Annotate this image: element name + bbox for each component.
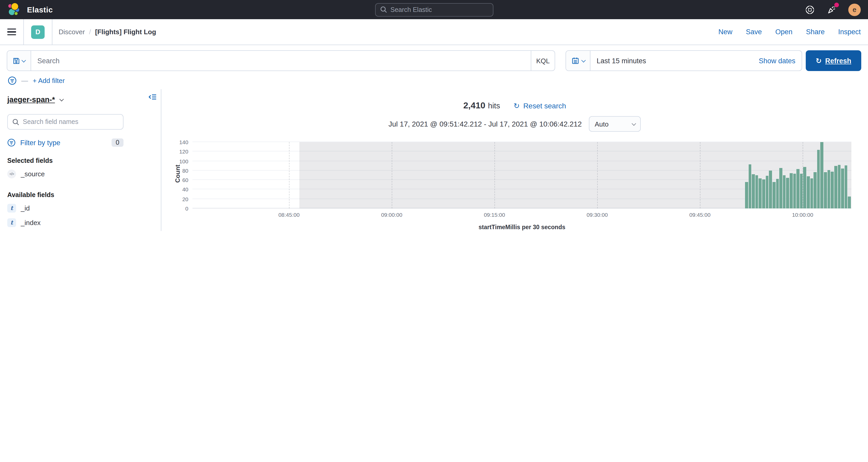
date-picker: Last 15 minutes Show dates bbox=[565, 50, 802, 71]
field-name: _source bbox=[21, 170, 45, 177]
discover-app-badge[interactable]: D bbox=[31, 25, 44, 39]
breadcrumb-current: [Flights] Flight Log bbox=[95, 28, 156, 36]
help-icon[interactable] bbox=[805, 4, 815, 15]
chart-muted-band bbox=[299, 142, 851, 208]
action-inspect[interactable]: Inspect bbox=[838, 28, 861, 36]
index-pattern-switcher[interactable]: jaeger-span-* bbox=[7, 95, 154, 104]
histogram-bar-09:52:00[interactable] bbox=[748, 164, 751, 208]
field-item-_id[interactable]: t_id bbox=[7, 201, 154, 215]
histogram-bar-09:57:00[interactable] bbox=[783, 175, 785, 208]
histogram-bar-10:00:00[interactable] bbox=[803, 167, 806, 208]
field-search-placeholder: Search field names bbox=[23, 118, 79, 126]
notification-dot bbox=[834, 2, 839, 7]
filter-dash: — bbox=[21, 77, 28, 85]
histogram-bar-09:56:30[interactable] bbox=[779, 168, 782, 208]
refresh-icon: ↻ bbox=[514, 102, 520, 110]
action-save[interactable]: Save bbox=[746, 28, 762, 36]
divider bbox=[52, 19, 53, 44]
y-tick-label: 120 bbox=[179, 148, 188, 155]
histogram-bar-09:53:30[interactable] bbox=[759, 178, 762, 208]
gridline bbox=[289, 142, 289, 208]
histogram-bar-10:01:30[interactable] bbox=[814, 172, 817, 208]
histogram-bar-10:06:30[interactable] bbox=[848, 197, 851, 208]
action-share[interactable]: Share bbox=[806, 28, 825, 36]
menu-icon[interactable] bbox=[7, 29, 16, 35]
string-field-icon: t bbox=[7, 203, 16, 212]
user-avatar[interactable]: e bbox=[848, 3, 861, 16]
refresh-button[interactable]: ↻ Refresh bbox=[806, 50, 861, 71]
x-tick-label: 09:15:00 bbox=[484, 211, 505, 218]
add-filter-button[interactable]: + Add filter bbox=[33, 77, 65, 85]
histogram-bar-09:55:00[interactable] bbox=[769, 171, 772, 208]
histogram-chart[interactable]: Count 020406080100120140 08:45:0009:00:0… bbox=[161, 138, 868, 231]
histogram-bar-10:03:00[interactable] bbox=[824, 172, 827, 208]
saved-query-menu-button[interactable] bbox=[7, 51, 31, 70]
histogram-bar-09:52:30[interactable] bbox=[752, 174, 755, 208]
breadcrumb: Discover / [Flights] Flight Log bbox=[59, 28, 156, 36]
histogram-bar-10:04:00[interactable] bbox=[831, 171, 834, 208]
field-item-_source[interactable]: </>_source bbox=[7, 166, 154, 181]
y-tick-label: 40 bbox=[182, 187, 188, 193]
calendar-menu-button[interactable] bbox=[566, 51, 590, 70]
histogram-bar-09:58:00[interactable] bbox=[789, 173, 793, 208]
y-axis-label: Count bbox=[174, 165, 181, 183]
collapse-sidebar-icon[interactable] bbox=[148, 93, 157, 101]
selected-fields-heading: Selected fields bbox=[7, 157, 154, 164]
breadcrumb-discover[interactable]: Discover bbox=[59, 28, 85, 36]
histogram-bar-10:02:30[interactable] bbox=[820, 142, 824, 208]
time-range-value[interactable]: Last 15 minutes bbox=[597, 57, 646, 65]
histogram-bar-09:54:00[interactable] bbox=[762, 179, 765, 208]
interval-select[interactable]: Auto bbox=[589, 116, 641, 132]
histogram-bar-09:55:30[interactable] bbox=[773, 182, 775, 208]
histogram-bar-10:03:30[interactable] bbox=[827, 170, 830, 208]
y-tick-label: 100 bbox=[179, 158, 188, 164]
action-open[interactable]: Open bbox=[775, 28, 793, 36]
histogram-bar-09:59:00[interactable] bbox=[797, 169, 799, 208]
histogram-bar-09:51:30[interactable] bbox=[745, 182, 748, 208]
elastic-brand[interactable]: Elastic bbox=[7, 3, 53, 16]
global-search-input[interactable]: Search Elastic bbox=[375, 3, 493, 16]
divider bbox=[23, 19, 24, 44]
available-fields-heading: Available fields bbox=[7, 191, 154, 199]
x-axis-title: startTimeMillis per 30 seconds bbox=[192, 224, 851, 230]
nav-bar: D Discover / [Flights] Flight Log NewSav… bbox=[0, 19, 868, 45]
discover-sidebar: jaeger-span-* Search field names Filter … bbox=[0, 89, 161, 231]
histogram-bar-09:56:00[interactable] bbox=[776, 179, 779, 208]
histogram-bar-10:04:30[interactable] bbox=[834, 166, 837, 208]
query-input[interactable]: Search bbox=[31, 57, 531, 65]
filter-by-type[interactable]: Filter by type 0 bbox=[7, 138, 123, 147]
field-item-_score[interactable]: #_score bbox=[7, 230, 154, 231]
refresh-icon: ↻ bbox=[815, 57, 822, 65]
filter-icon[interactable] bbox=[8, 76, 17, 85]
action-new[interactable]: New bbox=[718, 28, 732, 36]
available-fields-list: t_idt_index#_scoret_type#duration?logsto… bbox=[7, 201, 154, 231]
kql-button[interactable]: KQL bbox=[531, 51, 555, 70]
histogram-bar-10:01:00[interactable] bbox=[810, 178, 813, 208]
histogram-bar-09:53:00[interactable] bbox=[755, 175, 758, 208]
histogram-bar-10:00:30[interactable] bbox=[807, 176, 810, 208]
y-tick-label: 60 bbox=[182, 177, 188, 183]
field-search-input[interactable]: Search field names bbox=[7, 114, 123, 130]
x-tick-label: 09:45:00 bbox=[689, 211, 711, 218]
news-feed-icon[interactable] bbox=[827, 4, 837, 15]
histogram-bar-10:05:00[interactable] bbox=[838, 165, 840, 208]
kibana-discover-app: Elastic Search Elastic e D Discover / [F… bbox=[0, 0, 868, 231]
reset-search-button[interactable]: ↻ Reset search bbox=[514, 102, 566, 110]
histogram-bar-09:54:30[interactable] bbox=[766, 176, 768, 208]
filter-by-type-label: Filter by type bbox=[20, 139, 60, 146]
histogram-bar-10:05:30[interactable] bbox=[841, 168, 844, 208]
histogram-bar-09:59:30[interactable] bbox=[800, 174, 803, 208]
chart-plot-area[interactable]: 020406080100120140 bbox=[192, 142, 851, 208]
global-header: Elastic Search Elastic e bbox=[0, 0, 868, 19]
histogram-bar-10:06:00[interactable] bbox=[845, 165, 847, 208]
histogram-bar-10:02:00[interactable] bbox=[817, 150, 820, 208]
calendar-icon bbox=[571, 57, 579, 64]
selected-fields-list: </>_source bbox=[7, 166, 154, 181]
histogram-bar-09:57:30[interactable] bbox=[786, 177, 789, 208]
breadcrumb-separator: / bbox=[89, 28, 91, 36]
show-dates-button[interactable]: Show dates bbox=[759, 57, 795, 65]
field-item-_index[interactable]: t_index bbox=[7, 215, 154, 230]
chevron-down-icon bbox=[22, 58, 26, 63]
y-tick-label: 20 bbox=[182, 196, 188, 202]
histogram-bar-09:58:30[interactable] bbox=[793, 174, 796, 208]
